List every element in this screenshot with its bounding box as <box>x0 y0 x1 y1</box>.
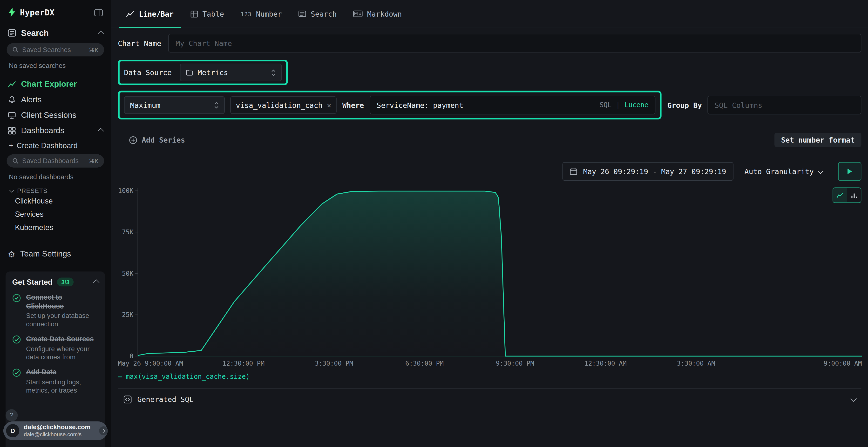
saved-searches-input[interactable]: Saved Searches ⌘K <box>7 43 104 56</box>
lang-divider: | <box>616 101 620 109</box>
chart-canvas: 025K50K75K100KMay 26 9:00:00 AM12:30:00 … <box>118 185 862 370</box>
search-icon <box>12 158 19 164</box>
chevron-down-icon <box>818 168 824 174</box>
get-started-progress-badge: 3/3 <box>57 278 74 286</box>
tab-label: Line/Bar <box>139 10 174 18</box>
markdown-icon <box>353 10 363 18</box>
group-by-label: Group By <box>667 101 702 109</box>
get-started-title: Get Started <box>12 278 53 286</box>
svg-text:May 26 9:00:00 AM: May 26 9:00:00 AM <box>118 359 183 367</box>
get-started-item-title: Create Data Sources <box>26 335 99 344</box>
main-content: Chart Name Data Source Metrics <box>111 28 868 410</box>
user-subtitle: dale@clickhouse.com's <box>24 431 91 438</box>
tab-markdown[interactable]: Markdown <box>345 0 410 28</box>
nav-label: Client Sessions <box>21 110 76 119</box>
get-started-header[interactable]: Get Started 3/3 <box>12 277 99 287</box>
get-started-item-title: Connect to ClickHouse <box>26 294 99 311</box>
date-range-picker[interactable]: May 26 09:29:19 - May 27 09:29:19 <box>563 162 734 181</box>
aggregation-select[interactable]: Maximum <box>124 96 225 114</box>
lucene-mode-toggle[interactable]: Lucene <box>624 101 649 109</box>
tab-label: Table <box>202 10 224 18</box>
logo-row: HyperDX <box>0 0 111 23</box>
line-mode-button[interactable] <box>833 188 847 203</box>
group-by-input[interactable] <box>707 96 861 114</box>
avatar: D <box>6 424 19 437</box>
sidebar-item-dashboards[interactable]: Dashboards <box>0 123 111 138</box>
saved-searches-placeholder: Saved Searches <box>22 46 71 54</box>
where-value: ServiceName: payment <box>377 101 595 109</box>
user-name: dale@clickhouse.com <box>24 424 91 431</box>
chevron-up-icon[interactable] <box>94 277 98 287</box>
aggregation-value: Maximum <box>130 101 161 109</box>
where-input[interactable]: ServiceName: payment SQL | Lucene <box>370 96 656 114</box>
sidebar-item-client-sessions[interactable]: Client Sessions <box>0 107 111 123</box>
tab-table[interactable]: Table <box>182 0 232 28</box>
get-started-item-desc: Configure where your data comes from <box>26 345 99 362</box>
run-query-button[interactable] <box>838 162 861 181</box>
chevron-right-icon[interactable] <box>99 426 108 435</box>
svg-text:3:30:00 PM: 3:30:00 PM <box>315 359 353 367</box>
chart-name-input[interactable] <box>168 34 862 53</box>
no-saved-searches-text: No saved searches <box>9 62 102 70</box>
tab-number[interactable]: 123 Number <box>232 0 290 28</box>
search-section-label: Search <box>21 28 49 38</box>
nav-label: Alerts <box>21 95 41 104</box>
get-started-item[interactable]: Create Data Sources Configure where your… <box>12 335 99 362</box>
add-series-button[interactable]: Add Series <box>129 136 185 144</box>
calendar-icon <box>570 168 578 175</box>
data-source-value: Metrics <box>198 68 228 77</box>
presets-toggle[interactable]: PRESETS <box>10 187 111 194</box>
set-number-format-button[interactable]: Set number format <box>774 133 862 147</box>
tab-search[interactable]: Search <box>290 0 345 28</box>
sql-mode-toggle[interactable]: SQL <box>600 101 612 109</box>
preset-item-kubernetes[interactable]: Kubernetes <box>0 220 111 234</box>
sidebar-section-search[interactable]: Search <box>0 23 111 41</box>
svg-text:3:30:00 AM: 3:30:00 AM <box>677 359 715 367</box>
svg-text:0: 0 <box>129 352 133 360</box>
chart-name-label: Chart Name <box>118 39 161 47</box>
metric-tag[interactable]: visa_validation_cach × <box>230 96 337 114</box>
bar-chart-icon <box>850 192 858 198</box>
generated-sql-label: Generated SQL <box>137 395 194 403</box>
tab-label: Markdown <box>367 10 402 18</box>
saved-searches-shortcut: ⌘K <box>89 46 98 53</box>
chevron-up-icon[interactable] <box>99 28 103 38</box>
select-chevrons-icon <box>271 69 276 76</box>
preset-item-clickhouse[interactable]: ClickHouse <box>0 194 111 207</box>
svg-text:75K: 75K <box>122 228 133 236</box>
sidebar: HyperDX Search Saved Searches ⌘K No save… <box>0 0 111 447</box>
bar-mode-button[interactable] <box>847 188 861 203</box>
sidebar-item-team-settings[interactable]: ⚙ Team Settings <box>0 246 111 262</box>
series-row: Maximum visa_validation_cach × Where Ser… <box>118 91 861 119</box>
search-section-icon <box>8 29 16 37</box>
app-title: HyperDX <box>20 8 55 17</box>
saved-dashboards-placeholder: Saved Dashboards <box>22 157 79 165</box>
preset-item-services[interactable]: Services <box>0 207 111 220</box>
sidebar-item-chart-explorer[interactable]: Chart Explorer <box>0 76 111 92</box>
remove-metric-icon[interactable]: × <box>327 101 331 109</box>
create-dashboard-button[interactable]: + Create Dashboard <box>0 138 111 152</box>
svg-text:100K: 100K <box>118 187 133 194</box>
play-icon <box>847 168 852 175</box>
get-started-item[interactable]: Connect to ClickHouse Set up your databa… <box>12 294 99 329</box>
user-menu[interactable]: D dale@clickhouse.com dale@clickhouse.co… <box>3 421 107 440</box>
help-button[interactable]: ? <box>5 409 18 421</box>
granularity-value: Auto Granularity <box>744 167 814 176</box>
get-started-item-title: Add Data <box>26 368 99 377</box>
123-icon: 123 <box>241 11 251 17</box>
saved-dashboards-input[interactable]: Saved Dashboards ⌘K <box>7 154 104 168</box>
tab-line-bar[interactable]: Line/Bar <box>118 0 182 28</box>
plus-circle-icon <box>129 136 137 144</box>
granularity-select[interactable]: Auto Granularity <box>739 163 828 180</box>
plus-icon: + <box>9 142 13 150</box>
tab-label: Search <box>311 10 337 18</box>
select-chevrons-icon <box>214 101 219 109</box>
generated-sql-toggle[interactable]: Generated SQL <box>118 388 861 410</box>
data-source-select[interactable]: Metrics <box>180 64 282 81</box>
chart-legend[interactable]: — max(visa_validation_cache.size) <box>118 373 861 380</box>
team-settings-label: Team Settings <box>20 249 71 258</box>
collapse-sidebar-icon[interactable] <box>94 9 103 16</box>
sidebar-item-alerts[interactable]: Alerts <box>0 92 111 107</box>
get-started-item[interactable]: Add Data Start sending logs, metrics, or… <box>12 368 99 394</box>
chevron-up-icon[interactable] <box>99 126 103 135</box>
